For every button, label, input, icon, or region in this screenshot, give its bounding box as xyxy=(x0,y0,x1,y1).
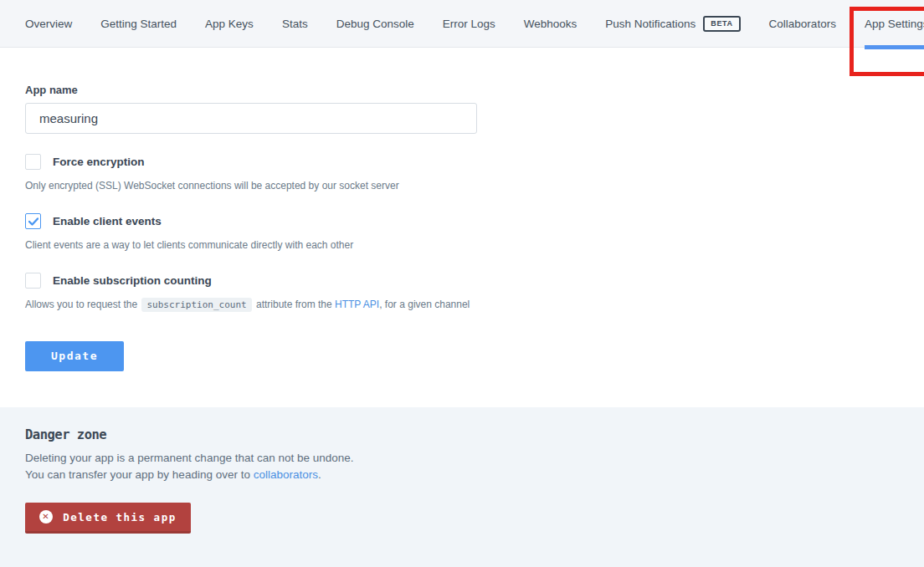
force-encryption-label: Force encryption xyxy=(53,156,145,168)
tab-bar: Overview Getting Started App Keys Stats … xyxy=(0,0,924,48)
tab-app-keys[interactable]: App Keys xyxy=(205,18,254,30)
app-name-input[interactable] xyxy=(25,103,477,134)
client-events-label: Enable client events xyxy=(53,215,162,227)
danger-line-1: Deleting your app is a permanent change … xyxy=(25,450,899,467)
client-events-checkbox[interactable] xyxy=(25,213,41,229)
tab-label: Stats xyxy=(282,18,308,30)
client-events-help: Client events are a way to let clients c… xyxy=(25,238,899,253)
collaborators-link[interactable]: collaborators xyxy=(254,468,318,481)
tab-debug-console[interactable]: Debug Console xyxy=(336,18,414,30)
force-encryption-help: Only encrypted (SSL) WebSocket connectio… xyxy=(25,178,899,193)
subscription-counting-row[interactable]: Enable subscription counting xyxy=(25,273,899,289)
tab-label: Error Logs xyxy=(443,18,495,30)
tab-label: Debug Console xyxy=(336,18,414,30)
checkmark-icon xyxy=(28,217,38,226)
app-settings-page: Overview Getting Started App Keys Stats … xyxy=(0,0,924,567)
tab-label: App Settings xyxy=(865,18,924,30)
app-name-label: App name xyxy=(25,84,899,96)
force-encryption-group: Force encryption Only encrypted (SSL) We… xyxy=(25,154,899,193)
tab-label: Getting Started xyxy=(100,18,177,30)
danger-zone-text: Deleting your app is a permanent change … xyxy=(25,450,899,483)
settings-form: App name Force encryption Only encrypted… xyxy=(0,48,924,407)
tab-label: Collaborators xyxy=(769,18,836,30)
tab-label: Overview xyxy=(25,18,72,30)
update-button[interactable]: Update xyxy=(25,341,124,371)
beta-badge: BETA xyxy=(703,16,740,32)
danger-line-2: You can transfer your app by heading ove… xyxy=(25,467,899,483)
help-middle: attribute from the xyxy=(256,299,332,310)
subscription-counting-help: Allows you to request the subscription_c… xyxy=(25,297,899,313)
subscription-counting-group: Enable subscription counting Allows you … xyxy=(25,273,899,313)
danger-line-2-suffix: . xyxy=(318,468,321,481)
tab-collaborators[interactable]: Collaborators xyxy=(769,18,836,30)
force-encryption-checkbox[interactable] xyxy=(25,154,41,170)
client-events-row[interactable]: Enable client events xyxy=(25,213,899,229)
help-suffix: , for a given channel xyxy=(379,299,470,310)
tab-label: App Keys xyxy=(205,18,254,30)
client-events-group: Enable client events Client events are a… xyxy=(25,213,899,253)
tab-error-logs[interactable]: Error Logs xyxy=(443,18,495,30)
tab-label: Push Notifications xyxy=(605,18,696,30)
tab-stats[interactable]: Stats xyxy=(282,18,308,30)
danger-line-2-prefix: You can transfer your app by heading ove… xyxy=(25,468,254,481)
tab-webhooks[interactable]: Webhooks xyxy=(524,18,578,30)
http-api-link[interactable]: HTTP API xyxy=(335,299,379,310)
danger-zone-section: Danger zone Deleting your app is a perma… xyxy=(0,407,924,567)
subscription-counting-checkbox[interactable] xyxy=(25,273,41,289)
delete-app-button[interactable]: ✕ Delete this app xyxy=(25,503,191,534)
force-encryption-row[interactable]: Force encryption xyxy=(25,154,899,170)
subscription-counting-label: Enable subscription counting xyxy=(53,274,212,287)
tab-push-notifications[interactable]: Push Notifications BETA xyxy=(605,16,740,32)
danger-zone-title: Danger zone xyxy=(25,427,899,442)
help-prefix: Allows you to request the xyxy=(25,299,137,310)
tab-label: Webhooks xyxy=(524,18,578,30)
active-tab-underline xyxy=(865,45,924,49)
tab-app-settings[interactable]: App Settings xyxy=(865,18,924,30)
tab-overview[interactable]: Overview xyxy=(25,18,72,30)
delete-circle-x-icon: ✕ xyxy=(39,510,53,524)
tab-getting-started[interactable]: Getting Started xyxy=(100,18,177,30)
subscription-count-code: subscription_count xyxy=(141,298,251,312)
delete-button-label: Delete this app xyxy=(63,511,176,524)
